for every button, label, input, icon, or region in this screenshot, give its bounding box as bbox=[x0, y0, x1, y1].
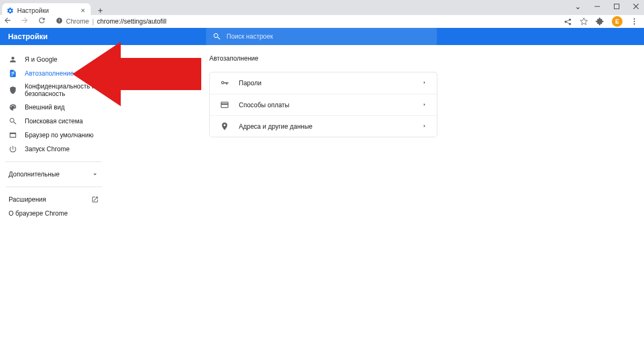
sidebar-item-me-google[interactable]: Я и Google bbox=[5, 53, 102, 67]
sidebar-item-label: Внешний вид bbox=[25, 104, 99, 111]
tab-strip: Настройки + ⌄ bbox=[0, 0, 644, 15]
omnibox[interactable]: Chrome | chrome://settings/autofill bbox=[53, 17, 557, 26]
close-icon[interactable] bbox=[79, 7, 86, 14]
window-icon bbox=[9, 131, 17, 139]
settings-sidebar: Я и Google Автозаполнение Конфиденциальн… bbox=[0, 45, 107, 362]
sidebar-item-label: Автозаполнение bbox=[25, 70, 99, 77]
url-scheme: Chrome bbox=[66, 18, 89, 25]
browser-tab-settings[interactable]: Настройки bbox=[2, 3, 91, 18]
sidebar-item-autofill[interactable]: Автозаполнение bbox=[5, 67, 102, 80]
svg-rect-0 bbox=[595, 6, 600, 7]
sidebar-item-label: Конфиденциальность и безопасность bbox=[25, 83, 99, 98]
sidebar-item-privacy[interactable]: Конфиденциальность и безопасность bbox=[5, 80, 102, 100]
divider bbox=[5, 187, 102, 187]
extensions-icon[interactable] bbox=[596, 17, 604, 26]
shield-icon bbox=[9, 86, 17, 94]
chevron-down-icon[interactable]: ⌄ bbox=[573, 2, 583, 11]
window-controls: ⌄ bbox=[573, 2, 641, 11]
sidebar-item-startup[interactable]: Запуск Chrome bbox=[5, 142, 102, 156]
svg-point-4 bbox=[634, 23, 635, 25]
sidebar-item-label: Браузер по умолчанию bbox=[25, 131, 99, 139]
sidebar-extensions-link[interactable]: Расширения bbox=[5, 193, 102, 206]
new-tab-button[interactable]: + bbox=[94, 5, 106, 17]
svg-point-2 bbox=[634, 18, 635, 20]
sidebar-item-appearance[interactable]: Внешний вид bbox=[5, 100, 102, 114]
settings-body: Я и Google Автозаполнение Конфиденциальн… bbox=[0, 45, 644, 362]
sidebar-item-default-browser[interactable]: Браузер по умолчанию bbox=[5, 128, 102, 142]
profile-avatar[interactable]: E bbox=[612, 16, 623, 27]
search-icon bbox=[9, 117, 17, 125]
address-bar: Chrome | chrome://settings/autofill E bbox=[0, 15, 644, 28]
settings-content: Автозаполнение Пароли Способы оплаты Адр… bbox=[107, 45, 644, 362]
minimize-icon[interactable] bbox=[592, 2, 602, 11]
row-addresses[interactable]: Адреса и другие данные bbox=[210, 115, 437, 137]
sidebar-about-link[interactable]: О браузере Chrome bbox=[5, 206, 102, 220]
site-info-icon[interactable] bbox=[56, 17, 63, 26]
palette-icon bbox=[9, 103, 17, 112]
credit-card-icon bbox=[219, 100, 229, 110]
settings-search-input[interactable] bbox=[226, 33, 430, 40]
row-label: Пароли bbox=[239, 79, 422, 87]
back-button[interactable] bbox=[3, 16, 12, 27]
reload-button[interactable] bbox=[38, 16, 46, 27]
sidebar-about-label: О браузере Chrome bbox=[9, 210, 68, 217]
autofill-card: Пароли Способы оплаты Адреса и другие да… bbox=[209, 72, 437, 137]
sidebar-advanced-label: Дополнительные bbox=[9, 171, 60, 178]
sidebar-item-label: Поисковая система bbox=[25, 117, 99, 125]
location-icon bbox=[219, 122, 229, 131]
chevron-down-icon bbox=[91, 171, 99, 178]
chevron-right-icon bbox=[422, 123, 427, 130]
sidebar-item-search[interactable]: Поисковая система bbox=[5, 114, 102, 128]
row-payments[interactable]: Способы оплаты bbox=[210, 94, 437, 115]
tab-title: Настройки bbox=[17, 7, 49, 14]
browser-chrome: Настройки + ⌄ bbox=[0, 0, 644, 28]
window-close-icon[interactable] bbox=[631, 2, 641, 11]
nav-buttons bbox=[3, 16, 46, 27]
row-passwords[interactable]: Пароли bbox=[210, 72, 437, 94]
svg-rect-1 bbox=[614, 4, 619, 9]
forward-button[interactable] bbox=[20, 16, 29, 27]
sidebar-extensions-label: Расширения bbox=[9, 196, 46, 203]
sidebar-item-label: Запуск Chrome bbox=[25, 145, 99, 153]
chevron-right-icon bbox=[422, 79, 427, 87]
section-title: Автозаполнение bbox=[209, 55, 644, 62]
chevron-right-icon bbox=[422, 101, 427, 109]
toolbar-right: E bbox=[564, 16, 639, 27]
svg-point-3 bbox=[634, 21, 635, 23]
row-label: Адреса и другие данные bbox=[239, 123, 422, 130]
key-icon bbox=[219, 78, 229, 88]
search-icon bbox=[213, 32, 221, 41]
maximize-icon[interactable] bbox=[612, 2, 621, 11]
divider bbox=[5, 161, 102, 162]
open-in-new-icon bbox=[91, 196, 99, 203]
person-icon bbox=[9, 55, 17, 64]
url-separator: | bbox=[92, 18, 94, 25]
page-title: Настройки bbox=[8, 32, 48, 41]
gear-icon bbox=[6, 7, 14, 14]
share-icon[interactable] bbox=[564, 17, 572, 26]
sidebar-advanced-toggle[interactable]: Дополнительные bbox=[5, 167, 102, 181]
row-label: Способы оплаты bbox=[239, 101, 422, 109]
settings-search[interactable] bbox=[206, 28, 437, 45]
autofill-icon bbox=[9, 69, 17, 78]
kebab-menu-icon[interactable] bbox=[630, 17, 639, 26]
sidebar-item-label: Я и Google bbox=[25, 56, 99, 63]
settings-header: Настройки bbox=[0, 28, 644, 45]
bookmark-icon[interactable] bbox=[580, 17, 588, 26]
url-path: chrome://settings/autofill bbox=[97, 18, 166, 25]
power-icon bbox=[9, 145, 17, 153]
